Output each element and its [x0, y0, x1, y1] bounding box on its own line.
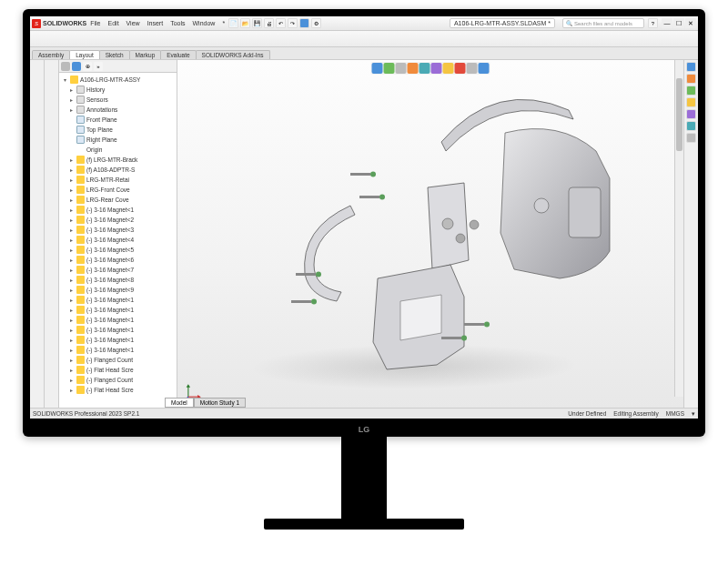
- fillet-icon[interactable]: [46, 126, 57, 136]
- tree-item[interactable]: ▸Sensors: [61, 95, 175, 105]
- expand-icon[interactable]: ▸: [68, 166, 75, 173]
- tree-item[interactable]: Front Plane: [61, 115, 175, 125]
- help-icon[interactable]: ?: [648, 18, 658, 28]
- view-settings-icon[interactable]: [479, 63, 490, 74]
- tree-item[interactable]: ▸(-) 3-16 Magnet<1: [61, 305, 175, 315]
- menu-edit[interactable]: Edit: [108, 20, 119, 26]
- chamfer-icon[interactable]: [46, 138, 57, 149]
- expand-icon[interactable]: ▸: [68, 267, 75, 273]
- tree-item[interactable]: ▸(-) 3-16 Magnet<2: [61, 215, 175, 225]
- menu-window[interactable]: Window: [192, 20, 215, 26]
- expand-icon[interactable]: ▸: [68, 106, 75, 113]
- arc-icon[interactable]: [46, 100, 57, 111]
- expand-icon[interactable]: ▸: [68, 317, 75, 323]
- tree-item[interactable]: ▸LRG-MTR-Retai: [61, 175, 175, 185]
- show-hidden-icon[interactable]: [106, 33, 117, 45]
- new-icon[interactable]: 📄: [228, 18, 238, 28]
- new-motion-study-icon[interactable]: [149, 33, 161, 45]
- relation-icon[interactable]: [46, 202, 57, 213]
- smart-fasteners-icon[interactable]: [76, 33, 88, 45]
- expand-icon[interactable]: ▸: [68, 227, 75, 233]
- graphics-viewport[interactable]: [177, 60, 683, 408]
- menu-more[interactable]: *: [222, 20, 225, 26]
- expand-icon[interactable]: ▸: [68, 277, 75, 283]
- bill-of-materials-icon[interactable]: [164, 33, 176, 45]
- tree-expand-all-icon[interactable]: »: [94, 62, 103, 71]
- tree-item[interactable]: Right Plane: [61, 135, 175, 145]
- undo-icon[interactable]: ↶: [276, 18, 286, 28]
- dimension-icon[interactable]: [46, 189, 57, 200]
- transparency-icon[interactable]: [32, 189, 43, 200]
- viewport-scrollbar[interactable]: [674, 60, 683, 397]
- measure-icon[interactable]: [32, 126, 43, 136]
- tab-evaluate[interactable]: Evaluate: [160, 50, 196, 59]
- file-explorer-icon[interactable]: [686, 86, 696, 96]
- expand-icon[interactable]: ▸: [68, 197, 75, 203]
- assembly-features-icon[interactable]: [120, 33, 132, 45]
- tree-item[interactable]: ▸History: [61, 85, 175, 95]
- menu-file[interactable]: File: [90, 20, 100, 26]
- zoom-icon[interactable]: [32, 75, 43, 86]
- previous-view-icon[interactable]: [396, 63, 407, 74]
- tree-item[interactable]: ▸(-) 3-16 Magnet<9: [61, 285, 175, 295]
- tree-item[interactable]: ▸(-) 3-16 Magnet<8: [61, 275, 175, 285]
- display-state-icon[interactable]: [32, 164, 43, 175]
- select-icon[interactable]: [32, 62, 43, 73]
- hide-show-icon[interactable]: [32, 177, 43, 187]
- expand-icon[interactable]: ▸: [68, 257, 75, 263]
- tree-item[interactable]: ▸(-) Flanged Count: [61, 375, 175, 385]
- pan-icon[interactable]: [32, 87, 43, 98]
- section-icon[interactable]: [32, 113, 43, 124]
- appearances-icon[interactable]: [686, 109, 696, 119]
- expand-icon[interactable]: ▸: [68, 86, 75, 93]
- view-orientation-icon[interactable]: [420, 63, 430, 74]
- tree-item[interactable]: ▸(-) 3-16 Magnet<1: [61, 335, 175, 345]
- reference-geometry-icon[interactable]: [135, 33, 147, 45]
- tree-item[interactable]: Origin: [61, 145, 175, 155]
- instant3d-icon[interactable]: [193, 33, 205, 45]
- tree-item[interactable]: ▸Annotations: [61, 105, 175, 115]
- expand-icon[interactable]: ▸: [68, 237, 75, 243]
- expand-icon[interactable]: ▸: [68, 347, 75, 353]
- edit-appearance-icon[interactable]: [455, 63, 466, 74]
- scrollbar-thumb[interactable]: [676, 78, 682, 151]
- tree-item[interactable]: ▸(f) A108-ADPTR-S: [61, 165, 175, 175]
- tree-item[interactable]: ▸(-) 3-16 Magnet<1: [61, 295, 175, 305]
- tree-item[interactable]: ▸(-) Flanged Count: [61, 355, 175, 365]
- expand-icon[interactable]: ▸: [68, 307, 75, 313]
- offset-icon[interactable]: [46, 164, 57, 175]
- redo-icon[interactable]: ↷: [288, 18, 298, 28]
- expand-icon[interactable]: ▸: [68, 187, 75, 193]
- rectangle-icon[interactable]: [46, 75, 57, 86]
- hide-show-items-icon[interactable]: [443, 63, 454, 74]
- expand-icon[interactable]: ▸: [68, 207, 75, 213]
- trim-icon[interactable]: [46, 151, 57, 162]
- expand-icon[interactable]: ▸: [68, 287, 75, 293]
- minimize-button[interactable]: —: [662, 18, 672, 28]
- custom-properties-icon[interactable]: [686, 121, 696, 131]
- expand-icon[interactable]: ▸: [68, 367, 75, 373]
- tree-item[interactable]: ▸(-) 3-16 Magnet<7: [61, 265, 175, 275]
- rotate-icon[interactable]: [32, 100, 43, 111]
- save-icon[interactable]: 💾: [252, 18, 262, 28]
- linear-pattern-icon[interactable]: [62, 33, 74, 45]
- expand-icon[interactable]: ▸: [68, 337, 75, 343]
- tree-item[interactable]: ▸(-) 3-16 Magnet<1: [61, 315, 175, 325]
- solidworks-resources-icon[interactable]: [686, 62, 696, 72]
- tree-item[interactable]: ▸(-) 3-16 Magnet<4: [61, 235, 175, 245]
- tree-item[interactable]: ▸(-) 3-16 Magnet<5: [61, 245, 175, 255]
- display-style-icon[interactable]: [431, 63, 442, 74]
- tree-display-icon[interactable]: [72, 62, 81, 71]
- zoom-fit-icon[interactable]: [372, 63, 383, 74]
- appearance-icon[interactable]: [32, 151, 43, 162]
- tab-assembly[interactable]: Assembly: [32, 50, 70, 59]
- view-palette-icon[interactable]: [686, 97, 696, 107]
- apply-scene-icon[interactable]: [467, 63, 478, 74]
- tree-item[interactable]: ▸(-) 3-16 Magnet<1: [61, 325, 175, 335]
- close-button[interactable]: ✕: [685, 18, 696, 28]
- tree-item[interactable]: ▸(-) 3-16 Magnet<1: [61, 345, 175, 355]
- expand-icon[interactable]: ▸: [68, 327, 75, 333]
- forum-icon[interactable]: [686, 133, 696, 143]
- tree-expand-icon[interactable]: ⊕: [83, 62, 92, 71]
- expand-icon[interactable]: ▸: [68, 156, 75, 163]
